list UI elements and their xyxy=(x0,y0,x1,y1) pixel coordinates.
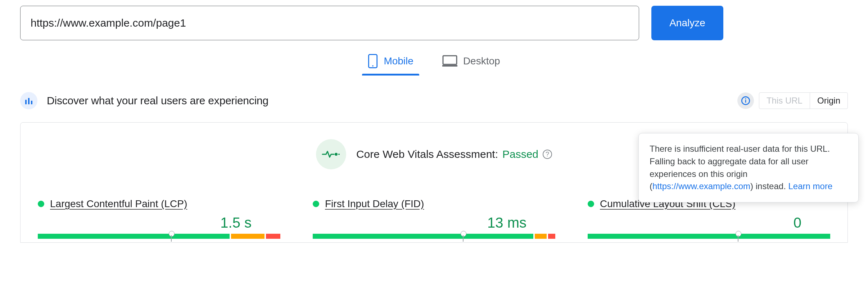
metric-distribution-bar xyxy=(313,234,555,239)
tooltip-origin-link[interactable]: https://www.example.com xyxy=(652,181,750,191)
pulse-icon xyxy=(316,139,346,169)
svg-rect-2 xyxy=(443,56,457,64)
metric: First Input Delay (FID)13 ms xyxy=(313,198,555,242)
scope-origin[interactable]: Origin xyxy=(810,93,847,109)
section-title: Discover what your real users are experi… xyxy=(47,95,268,107)
metric-name[interactable]: Largest Contentful Paint (LCP) xyxy=(50,198,187,210)
metric-distribution-bar xyxy=(588,234,830,239)
assessment-label: Core Web Vitals Assessment: xyxy=(356,148,498,160)
status-dot-icon xyxy=(38,201,44,207)
svg-rect-8 xyxy=(745,100,746,103)
status-dot-icon xyxy=(313,201,319,207)
url-input[interactable] xyxy=(20,6,639,40)
metric-value: 13 ms xyxy=(313,215,555,231)
analyze-button[interactable]: Analyze xyxy=(651,6,723,40)
svg-rect-3 xyxy=(442,65,457,67)
tab-mobile-label: Mobile xyxy=(384,55,413,67)
status-dot-icon xyxy=(588,201,594,207)
svg-rect-4 xyxy=(25,100,27,105)
metric: Cumulative Layout Shift (CLS)0 xyxy=(588,198,830,242)
svg-rect-11 xyxy=(338,154,340,155)
info-icon[interactable] xyxy=(737,92,754,109)
mobile-icon xyxy=(368,54,378,68)
scope-toggle: This URL Origin xyxy=(759,92,848,109)
tooltip-text2: ) instead. xyxy=(750,181,788,191)
users-icon xyxy=(20,92,37,109)
tooltip-learn-more[interactable]: Learn more xyxy=(788,181,833,191)
help-icon[interactable]: ? xyxy=(543,150,552,159)
metric-distribution-bar xyxy=(38,234,280,239)
origin-fallback-tooltip: There is insufficient real-user data for… xyxy=(638,133,859,202)
svg-rect-9 xyxy=(745,99,746,100)
metric-value: 0 xyxy=(588,215,830,231)
metric: Largest Contentful Paint (LCP)1.5 s xyxy=(38,198,280,242)
svg-point-1 xyxy=(372,65,374,67)
scope-this-url: This URL xyxy=(759,93,810,109)
svg-rect-5 xyxy=(28,98,30,105)
tab-desktop-label: Desktop xyxy=(463,55,500,67)
metric-name[interactable]: First Input Delay (FID) xyxy=(325,198,424,210)
device-tabs: Mobile Desktop xyxy=(20,51,848,76)
svg-rect-6 xyxy=(31,101,32,104)
assessment-result: Passed xyxy=(502,148,538,160)
svg-point-10 xyxy=(335,153,338,156)
metric-value: 1.5 s xyxy=(38,215,280,231)
tab-mobile[interactable]: Mobile xyxy=(364,51,417,76)
desktop-icon xyxy=(442,55,457,67)
tab-desktop[interactable]: Desktop xyxy=(439,51,504,76)
